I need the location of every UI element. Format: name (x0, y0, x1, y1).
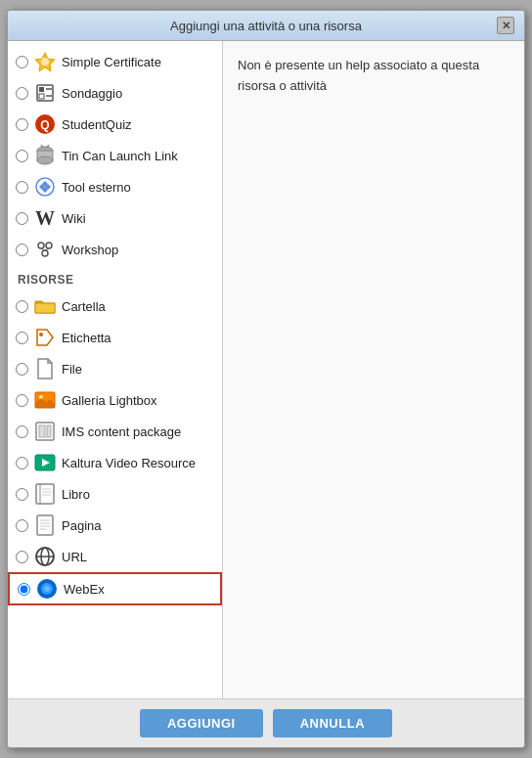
list-item[interactable]: Kaltura Video Resource (8, 447, 222, 478)
sondaggio-label: Sondaggio (62, 86, 122, 101)
radio-etichetta[interactable] (16, 332, 28, 344)
tincan-icon (34, 145, 56, 166)
tincan-label: Tin Can Launch Link (62, 149, 178, 163)
list-item[interactable]: Simple Certificate (8, 46, 222, 77)
list-item[interactable]: Tool esterno (8, 171, 222, 202)
titlebar: Aggiungi una attività o una risorsa ✕ (8, 11, 524, 41)
list-item[interactable]: W Wiki (8, 202, 222, 234)
list-item[interactable]: Cartella (8, 290, 222, 322)
svg-point-17 (42, 250, 48, 256)
radio-ims[interactable] (16, 425, 28, 438)
svg-rect-28 (36, 484, 54, 504)
svg-rect-33 (37, 515, 53, 535)
dialog-title: Aggiungi una attività o una risorsa (35, 19, 497, 33)
wiki-label: Wiki (62, 211, 86, 226)
galleria-label: Galleria Lightbox (62, 393, 157, 408)
radio-tool-esterno[interactable] (16, 181, 28, 194)
svg-rect-24 (39, 425, 45, 437)
svg-point-1 (41, 58, 49, 66)
radio-kaltura[interactable] (16, 457, 28, 469)
wiki-icon: W (34, 207, 56, 229)
file-icon (34, 358, 56, 379)
radio-libro[interactable] (16, 488, 28, 501)
pagina-icon (34, 514, 56, 536)
file-label: File (62, 362, 82, 377)
left-panel: Simple Certificate Sondaggio (8, 41, 223, 698)
list-item[interactable]: File (8, 353, 222, 384)
pagina-label: Pagina (62, 518, 101, 533)
svg-point-16 (46, 243, 52, 248)
radio-studentquiz[interactable] (16, 118, 28, 131)
radio-cartella[interactable] (16, 300, 28, 313)
help-text: Non è presente un help associato a quest… (238, 56, 510, 97)
radio-sondaggio[interactable] (16, 87, 28, 100)
radio-url[interactable] (16, 551, 28, 563)
svg-point-15 (38, 243, 44, 248)
galleria-icon (34, 389, 56, 411)
simple-certificate-icon (34, 51, 56, 72)
kaltura-label: Kaltura Video Resource (62, 456, 196, 470)
svg-rect-3 (39, 87, 44, 92)
radio-file[interactable] (16, 363, 28, 376)
radio-tincan[interactable] (16, 150, 28, 162)
resources-section-header: RISORSE (8, 265, 222, 290)
svg-point-11 (37, 156, 53, 164)
workshop-icon (34, 239, 56, 260)
webex-label: WebEx (64, 582, 105, 597)
workshop-label: Workshop (62, 243, 118, 257)
ims-label: IMS content package (62, 424, 181, 439)
radio-pagina[interactable] (16, 519, 28, 532)
svg-line-18 (41, 248, 45, 250)
cartella-icon (34, 295, 56, 317)
radio-webex[interactable] (18, 583, 30, 596)
content-area: Simple Certificate Sondaggio (8, 41, 524, 698)
resources-list: Cartella Etichetta (8, 290, 222, 605)
webex-icon (36, 578, 58, 600)
url-icon (34, 546, 56, 567)
list-item[interactable]: URL (8, 541, 222, 572)
etichetta-label: Etichetta (62, 331, 111, 345)
list-item[interactable]: Libro (8, 478, 222, 510)
svg-rect-4 (39, 94, 44, 99)
list-item[interactable]: Q StudentQuiz (8, 109, 222, 140)
simple-certificate-label: Simple Certificate (62, 55, 161, 69)
studentquiz-label: StudentQuiz (62, 117, 132, 132)
right-panel: Non è presente un help associato a quest… (223, 41, 524, 698)
svg-line-19 (45, 248, 49, 250)
studentquiz-icon: Q (34, 113, 56, 135)
add-button[interactable]: AGGIUNGI (140, 709, 263, 737)
list-item[interactable]: Etichetta (8, 322, 222, 353)
libro-icon (34, 483, 56, 505)
cancel-button[interactable]: ANNULLA (273, 709, 392, 737)
url-label: URL (62, 550, 87, 564)
list-item[interactable]: IMS content package (8, 416, 222, 447)
kaltura-icon (34, 452, 56, 473)
etichetta-icon (34, 327, 56, 348)
libro-label: Libro (62, 487, 90, 502)
ims-icon (34, 421, 56, 442)
svg-text:Q: Q (40, 118, 49, 132)
radio-wiki[interactable] (16, 212, 28, 225)
svg-rect-25 (47, 425, 51, 437)
list-item[interactable]: Galleria Lightbox (8, 384, 222, 416)
list-item-webex[interactable]: WebEx (8, 572, 222, 605)
footer: AGGIUNGI ANNULLA (8, 698, 524, 747)
list-item[interactable]: Workshop (8, 234, 222, 265)
list-item[interactable]: Tin Can Launch Link (8, 140, 222, 171)
svg-point-20 (39, 333, 43, 336)
tool-esterno-label: Tool esterno (62, 180, 131, 195)
tool-esterno-icon (34, 176, 56, 198)
list-item[interactable]: Sondaggio (8, 77, 222, 109)
radio-workshop[interactable] (16, 244, 28, 256)
sondaggio-icon (34, 82, 56, 104)
radio-galleria[interactable] (16, 394, 28, 407)
close-button[interactable]: ✕ (497, 17, 514, 34)
svg-point-43 (44, 586, 50, 592)
radio-simple-certificate[interactable] (16, 56, 28, 68)
activities-list: Simple Certificate Sondaggio (8, 46, 222, 265)
dialog: Aggiungi una attività o una risorsa ✕ Si… (7, 10, 525, 748)
list-item[interactable]: Pagina (8, 510, 222, 541)
cartella-label: Cartella (62, 299, 106, 314)
